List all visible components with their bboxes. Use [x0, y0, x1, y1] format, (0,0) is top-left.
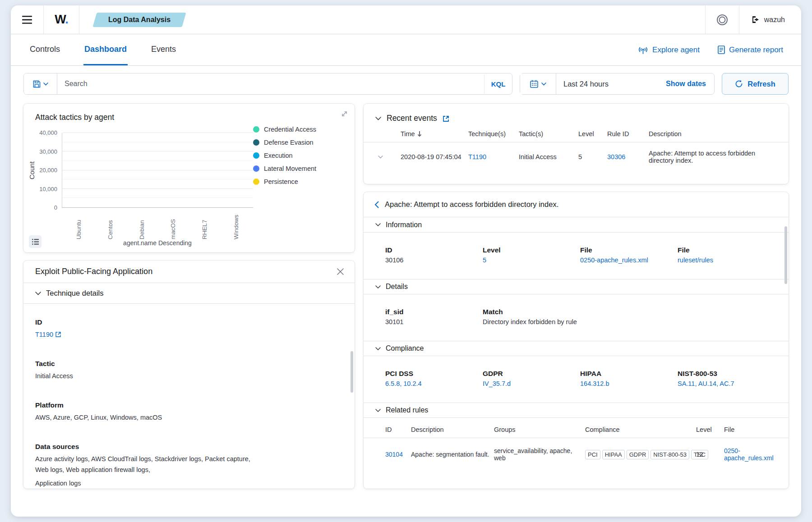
section-details[interactable]: Details: [364, 279, 789, 294]
rule-file-link[interactable]: 0250-apache_rules.xml: [580, 256, 648, 264]
gdpr-link[interactable]: IV_35.7.d: [483, 380, 511, 387]
field-platform: Platform AWS, Azure, GCP, Linux, Windows…: [35, 401, 341, 423]
technique-title: Exploit Public-Facing Application: [35, 267, 152, 276]
technique-id-link[interactable]: T1190: [35, 331, 53, 338]
y-tick-label: 20,000: [39, 167, 57, 174]
legend-toggle-button[interactable]: [29, 235, 42, 248]
information-grid: ID30106 Level5 File0250-apache_rules.xml…: [364, 233, 789, 279]
col-technique: Technique(s): [468, 130, 519, 137]
sort-down-icon: [417, 131, 422, 137]
wazuh-logo[interactable]: W.: [44, 13, 79, 27]
events-table-header: Time Technique(s) Tactic(s) Level Rule I…: [364, 130, 789, 137]
expand-icon: [341, 110, 348, 118]
legend-dot: [253, 152, 259, 159]
legend-item[interactable]: Execution: [253, 152, 316, 159]
menu-button[interactable]: [11, 5, 43, 34]
generate-report-button[interactable]: Generate report: [718, 46, 783, 55]
breadcrumb[interactable]: Log Data Analysis: [95, 13, 184, 27]
row-expand-button[interactable]: [377, 156, 383, 159]
open-events-button[interactable]: [443, 115, 449, 122]
divider: [364, 142, 789, 142]
x-tick-label: Debian: [127, 210, 157, 239]
y-tick-label: 30,000: [39, 148, 57, 155]
tab-events[interactable]: Events: [150, 34, 177, 65]
y-axis-title: Count: [28, 133, 36, 208]
related-rule-level: 12: [696, 451, 724, 458]
legend-label: Credential Access: [264, 126, 316, 133]
gridline: [62, 188, 253, 189]
rule-level-link[interactable]: 5: [483, 256, 486, 264]
time-range-value[interactable]: Last 24 hours: [556, 80, 666, 88]
x-tick-label: Ubuntu: [64, 210, 93, 239]
section-related-rules[interactable]: Related rules: [364, 403, 789, 418]
tab-controls[interactable]: Controls: [29, 34, 61, 65]
close-icon: [337, 268, 344, 275]
query-bar: KQL: [23, 73, 512, 95]
logout-button[interactable]: wazuh: [739, 5, 801, 34]
section-information[interactable]: Information: [364, 217, 789, 233]
event-rule-link[interactable]: 30306: [607, 153, 625, 160]
refresh-button[interactable]: Refresh: [722, 73, 789, 95]
query-language-button[interactable]: KQL: [484, 74, 512, 94]
legend-item[interactable]: Defense Evasion: [253, 139, 316, 146]
legend-dot: [253, 126, 259, 133]
related-rule-row[interactable]: 30104 Apache: segmentation fault. servic…: [364, 447, 789, 462]
back-button[interactable]: [374, 201, 379, 208]
legend-label: Execution: [264, 152, 293, 159]
nist-link[interactable]: SA.11, AU.14, AC.7: [678, 380, 734, 387]
search-input[interactable]: [57, 80, 484, 88]
field-id: ID T1190: [35, 318, 341, 340]
chevron-down-icon[interactable]: [375, 117, 381, 120]
report-icon: [718, 46, 725, 54]
close-button[interactable]: [335, 266, 346, 277]
legend-label: Defense Evasion: [264, 139, 314, 146]
external-link-icon: [443, 115, 449, 122]
technique-panel: Exploit Public-Facing Application Techni…: [23, 261, 355, 489]
col-time[interactable]: Time: [401, 130, 468, 137]
divider: [79, 5, 79, 34]
x-tick-label: macOS: [158, 210, 188, 239]
explore-agent-button[interactable]: Explore agent: [638, 46, 700, 55]
col-description: Description: [649, 130, 780, 137]
event-row[interactable]: 2020-08-19 07:45:04 T1190 Initial Access…: [364, 150, 789, 164]
tab-dashboard[interactable]: Dashboard: [83, 34, 128, 65]
related-rule-file-link[interactable]: 0250-apache_rules.xml: [724, 447, 774, 462]
chevron-down-icon: [375, 223, 381, 226]
hipaa-link[interactable]: 164.312.b: [580, 380, 609, 387]
main-content: Attack tactics by agent Count 010,00020,…: [11, 101, 801, 489]
saved-queries-button[interactable]: [24, 73, 57, 94]
compliance-badge: GDPR: [627, 450, 649, 459]
col-level: Level: [578, 130, 607, 137]
section-compliance[interactable]: Compliance: [364, 341, 789, 356]
chevron-down-icon: [375, 285, 381, 288]
legend-item[interactable]: Credential Access: [253, 126, 316, 133]
related-rule-id-link[interactable]: 30104: [385, 451, 403, 458]
event-tactic: Initial Access: [519, 153, 578, 160]
search-row: KQL Last 24 hours Show dates: [11, 66, 801, 101]
legend-label: Lateral Movement: [264, 165, 316, 172]
topbar: W. Log Data Analysis wazuh: [11, 5, 801, 34]
legend-item[interactable]: Persistence: [253, 178, 316, 185]
technique-details-accordion[interactable]: Technique details: [23, 283, 355, 304]
date-quick-select-button[interactable]: [520, 73, 556, 94]
legend-dot: [253, 139, 259, 146]
scrollbar[interactable]: [784, 226, 787, 284]
event-technique-link[interactable]: T1190: [468, 153, 486, 160]
technique-body: ID T1190 Tactic Initial Access: [23, 304, 355, 489]
scrollbar[interactable]: [351, 351, 353, 393]
pci-link[interactable]: 6.5.8, 10.2.4: [385, 380, 422, 387]
gridline: [62, 151, 253, 151]
gridline: [62, 179, 253, 179]
expand-button[interactable]: [341, 110, 348, 118]
save-icon: [33, 80, 41, 88]
legend-dot: [253, 179, 259, 185]
app-window: W. Log Data Analysis wazuh: [11, 5, 801, 517]
rule-title: Apache: Attempt to access forbidden dire…: [385, 200, 558, 209]
related-rule-description: Apache: segmentation fault.: [411, 451, 494, 458]
chevron-down-icon: [375, 409, 381, 412]
space-selector-button[interactable]: [706, 5, 739, 34]
rule-path-link[interactable]: ruleset/rules: [678, 256, 713, 264]
show-dates-button[interactable]: Show dates: [666, 80, 714, 88]
legend-item[interactable]: Lateral Movement: [253, 165, 316, 172]
chart-plot: [62, 133, 253, 208]
